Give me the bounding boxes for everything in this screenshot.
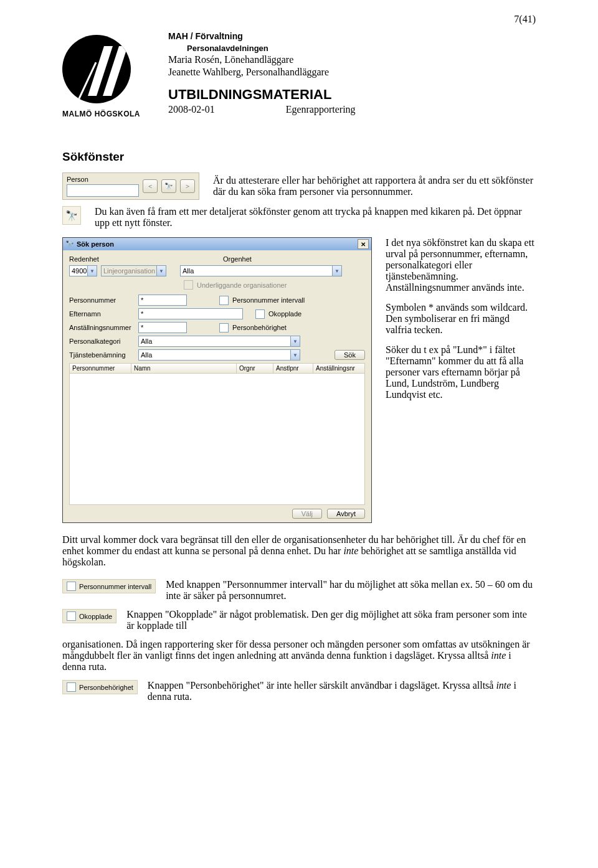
pkat-dropdown[interactable]: Alla▼ xyxy=(138,336,300,347)
pkat-label: Personalkategori xyxy=(69,337,135,345)
avbryt-button[interactable]: Avbryt xyxy=(327,509,365,519)
org-line: MAH / Förvaltning xyxy=(168,31,536,41)
pnr-intervall-text: Med knappen "Personnummer intervall" har… xyxy=(166,579,536,601)
col-anstallningsnr[interactable]: Anställningsnr xyxy=(313,363,365,374)
search-person-dialog: 🔭Sök person ✕ Redenhet Orgenhet 4900▼ Li… xyxy=(62,237,372,523)
body-p1: Ditt urval kommer dock vara begränsat ti… xyxy=(62,534,536,568)
ital-inte-2: inte xyxy=(491,650,506,661)
page-number: 7(41) xyxy=(514,14,536,25)
date-subject: 2008-02-01 Egenrapportering xyxy=(168,104,536,115)
material-title: UTBILDNINGSMATERIAL xyxy=(168,87,536,103)
close-icon[interactable]: ✕ xyxy=(358,239,369,249)
pnr-input[interactable]: * xyxy=(138,295,187,306)
binoculars-icon: 🔭 xyxy=(62,206,81,225)
dialog-titlebar: 🔭Sök person ✕ xyxy=(63,238,371,250)
author-1: Maria Rosén, Lönehandläggare xyxy=(168,54,536,65)
dialog-title-icon: 🔭 xyxy=(65,240,74,248)
redenhet-dropdown[interactable]: 4900▼ xyxy=(69,265,97,276)
side-text: I det nya sökfönstret kan du skapa ett u… xyxy=(386,237,536,409)
person-mini-widget: Person < 🔭 > xyxy=(62,172,199,200)
pnr-intervall-row: Personnummer intervall Med knappen "Pers… xyxy=(62,579,536,601)
malmo-logo-text: MALMÖ HÖGSKOLA xyxy=(62,110,168,118)
doc-date: 2008-02-01 xyxy=(168,104,215,115)
tjb-label: Tjänstebenämning xyxy=(69,351,135,359)
person-search-row: Person < 🔭 > Är du attesterare eller har… xyxy=(62,172,536,200)
okopplade-text: Knappen "Okopplade" är något problematis… xyxy=(126,609,536,631)
pnr-intervall-checkbox[interactable] xyxy=(219,296,229,305)
results-body xyxy=(69,374,365,505)
personbehorighet-row: Personbehörighet Knappen "Personbehörigh… xyxy=(62,680,536,702)
personbehorighet-label: Personbehörighet xyxy=(232,324,287,331)
personbehorighet-icon-label: Personbehörighet xyxy=(79,684,133,691)
okopplade-icon-block: Okopplade xyxy=(62,609,116,623)
orgenhet-label: Orgenhet xyxy=(223,255,288,263)
pnr-intervall-icon-block: Personnummer intervall xyxy=(62,579,156,593)
binoculars-button[interactable]: 🔭 xyxy=(161,179,176,193)
dialog-row: 🔭Sök person ✕ Redenhet Orgenhet 4900▼ Li… xyxy=(62,237,536,523)
intro-paragraph: Är du attesterare eller har behörighet a… xyxy=(213,175,536,197)
pnr-label: Personnummer xyxy=(69,296,135,304)
person-input[interactable] xyxy=(67,184,139,197)
anstnr-input[interactable]: * xyxy=(138,322,187,333)
side-p1: I det nya sökfönstret kan du skapa ett u… xyxy=(386,237,536,293)
underliggande-label: Underliggande organisationer xyxy=(197,281,287,289)
col-namn[interactable]: Namn xyxy=(131,363,237,374)
chevron-down-icon: ▼ xyxy=(332,266,341,276)
side-p3: Söker du t ex på "Lund*" i fältet "Efter… xyxy=(386,344,536,400)
document-header: MALMÖ HÖGSKOLA MAH / Förvaltning Persona… xyxy=(62,31,536,125)
dialog-title: Sök person xyxy=(77,240,114,248)
header-text: MAH / Förvaltning Personalavdelningen Ma… xyxy=(168,31,536,125)
sok-button[interactable]: Sök xyxy=(335,350,365,360)
dept-line: Personalavdelningen xyxy=(187,44,536,53)
nav-next-button[interactable]: > xyxy=(180,179,195,193)
dialog-body: Redenhet Orgenhet 4900▼ Linjeorganisatio… xyxy=(63,250,371,522)
personbehorighet-checkbox[interactable] xyxy=(219,323,229,333)
chevron-down-icon: ▼ xyxy=(290,336,300,346)
ital-inte-3: inte xyxy=(496,680,511,691)
malmo-logo-mark xyxy=(62,35,131,103)
col-orgnr[interactable]: Orgnr xyxy=(237,363,273,374)
anstnr-label: Anställningsnummer xyxy=(69,324,135,331)
okopplade-label: Okopplade xyxy=(268,310,301,318)
person-label: Person xyxy=(67,176,139,183)
chevron-down-icon: ▼ xyxy=(290,350,300,360)
linjeorg-dropdown: Linjeorganisation▼ xyxy=(101,265,166,276)
okopplade-continuation: organisationen. Då ingen rapportering sk… xyxy=(62,639,536,672)
logo-column: MALMÖ HÖGSKOLA xyxy=(62,31,168,125)
personbehorighet-icon-block: Personbehörighet xyxy=(62,680,138,694)
okopplade-checkbox[interactable] xyxy=(255,309,265,319)
tjb-dropdown[interactable]: Alla▼ xyxy=(138,349,300,361)
valj-button[interactable]: Välj xyxy=(292,509,322,519)
orgenhet-dropdown[interactable]: Alla▼ xyxy=(180,265,342,276)
okopplade-row: Okopplade Knappen "Okopplade" är något p… xyxy=(62,609,536,631)
checkbox-icon xyxy=(67,682,76,692)
okopplade-icon-label: Okopplade xyxy=(79,613,112,620)
nav-prev-button[interactable]: < xyxy=(143,179,158,193)
redenhet-label: Redenhet xyxy=(69,255,135,263)
doc-subject: Egenrapportering xyxy=(286,104,356,115)
side-p2: Symbolen * används som wildcard. Den sym… xyxy=(386,302,536,336)
pnr-intervall-label: Personnummer intervall xyxy=(232,296,305,304)
results-header: Personnummer Namn Orgnr Anstlpnr Anställ… xyxy=(69,363,365,374)
personbehorighet-text: Knappen "Personbehörighet" är inte helle… xyxy=(148,680,536,702)
pnr-intervall-icon-label: Personnummer intervall xyxy=(79,583,151,590)
underliggande-checkbox xyxy=(184,280,193,290)
author-2: Jeanette Wahlberg, Personalhandläggare xyxy=(168,67,536,78)
binoc-paragraph: Du kan även få fram ett mer detaljerat s… xyxy=(95,206,536,229)
binoc-row: 🔭 Du kan även få fram ett mer detaljerat… xyxy=(62,206,536,229)
chevron-down-icon: ▼ xyxy=(156,266,166,276)
col-personnummer[interactable]: Personnummer xyxy=(69,363,131,374)
ital-inte-1: inte xyxy=(343,545,358,556)
checkbox-icon xyxy=(67,582,76,591)
section-heading: Sökfönster xyxy=(62,150,536,164)
chevron-down-icon: ▼ xyxy=(87,266,97,276)
efternamn-input[interactable]: * xyxy=(138,308,243,319)
col-anstlpnr[interactable]: Anstlpnr xyxy=(273,363,313,374)
efternamn-label: Efternamn xyxy=(69,310,135,318)
checkbox-icon xyxy=(67,611,76,621)
